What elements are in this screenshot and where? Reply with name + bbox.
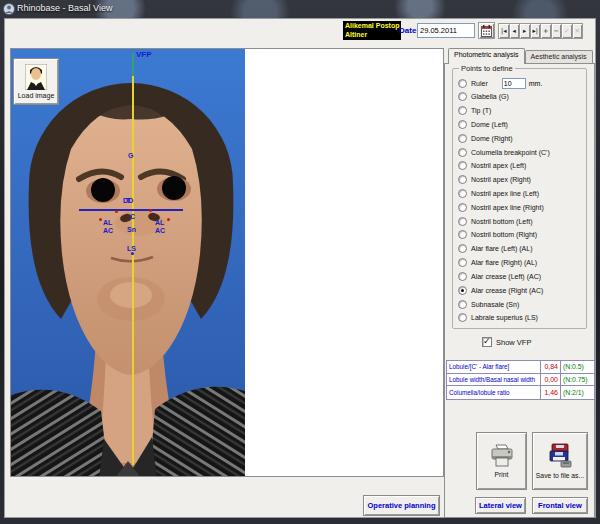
calendar-button[interactable] xyxy=(478,22,495,39)
measurement-value: 0,00 xyxy=(541,374,561,386)
point-option-16[interactable]: Alar crease (Right (AC) xyxy=(458,284,583,296)
point-option-4[interactable]: Dome (Left) xyxy=(458,118,583,130)
point-option-14[interactable]: Alar flare (Right) (AL) xyxy=(458,257,583,269)
measurement-value: 1,46 xyxy=(541,386,561,399)
load-image-button[interactable]: Load image xyxy=(13,58,59,105)
measurement-norm: (N:0.75) xyxy=(561,374,594,386)
photo-viewer[interactable]: VFP G DTD C AL AC Sn AL AC LS Load image xyxy=(10,48,444,477)
measurement-table: Lobule/[C' - Alar flare]0,84(N:0.5)Lobul… xyxy=(446,360,595,400)
lateral-view-button[interactable]: Lateral view xyxy=(475,497,526,514)
point-option-label: Nostril bottom (Left) xyxy=(471,218,532,225)
show-vfp-checkbox[interactable]: Show VFP xyxy=(482,337,531,347)
date-label: Date xyxy=(399,26,416,35)
group-title: Points to define xyxy=(459,64,515,73)
radio-icon[interactable] xyxy=(458,148,467,157)
portrait-icon xyxy=(25,64,47,90)
label-alar-left-ac: AC xyxy=(103,227,113,234)
points-list: Rulermm.Glabella (G)Tip (T)Dome (Left)Do… xyxy=(458,77,583,324)
point-option-label: Nostril apex line (Left) xyxy=(471,190,539,197)
measurement-value: 0,84 xyxy=(541,361,561,373)
radio-icon[interactable] xyxy=(458,120,467,129)
date-input[interactable] xyxy=(417,23,475,38)
measurement-norm: (N:0.5) xyxy=(561,361,594,373)
operative-planning-button[interactable]: Operative planning xyxy=(363,495,440,516)
point-option-7[interactable]: Nostril apex (Left) xyxy=(458,160,583,172)
point-option-2[interactable]: Glabella (G) xyxy=(458,91,583,103)
tab-photometric-analysis[interactable]: Photometric analysis xyxy=(448,48,525,64)
ruler-length-input[interactable] xyxy=(502,78,526,89)
point-option-15[interactable]: Alar crease (Left) (AC) xyxy=(458,270,583,282)
point-marker-ls xyxy=(131,252,134,255)
save-label: Save to file as... xyxy=(536,472,584,479)
frontal-view-button[interactable]: Frontal view xyxy=(532,497,588,514)
point-option-17[interactable]: Subnasale (Sn) xyxy=(458,298,583,310)
point-option-12[interactable]: Nostril bottom (Right) xyxy=(458,229,583,241)
radio-icon[interactable] xyxy=(458,244,467,253)
point-option-1[interactable]: Rulermm. xyxy=(458,77,583,89)
point-option-label: Nostril apex (Left) xyxy=(471,162,526,169)
vfp-line xyxy=(132,53,134,465)
calendar-icon xyxy=(481,25,492,37)
radio-icon[interactable] xyxy=(458,175,467,184)
point-option-label: Dome (Right) xyxy=(471,135,513,142)
point-option-3[interactable]: Tip (T) xyxy=(458,105,583,117)
radio-selected-icon[interactable] xyxy=(458,286,467,295)
point-option-label: Alar flare (Right) (AL) xyxy=(471,259,537,266)
radio-icon[interactable] xyxy=(458,258,467,267)
point-option-label: Glabella (G) xyxy=(471,93,509,100)
point-option-11[interactable]: Nostril bottom (Left) xyxy=(458,215,583,227)
radio-icon[interactable] xyxy=(458,300,467,309)
point-option-label: Tip (T) xyxy=(471,107,491,114)
save-disks-icon xyxy=(547,443,573,469)
radio-icon[interactable] xyxy=(458,203,467,212)
measurement-norm: (N:2/1) xyxy=(561,386,594,399)
label-tip-dome-cluster: DTD xyxy=(123,197,131,204)
point-option-label: Nostril apex line (Right) xyxy=(471,204,544,211)
measurement-row: Lobule width/Basal nasal width0,00(N:0.7… xyxy=(447,374,594,387)
radio-icon[interactable] xyxy=(458,189,467,198)
db-navigator: |◂◂▸▸|+−✓✕ xyxy=(499,23,583,39)
measurement-label: Lobule/[C' - Alar flare] xyxy=(447,361,541,373)
point-option-9[interactable]: Nostril apex line (Left) xyxy=(458,188,583,200)
radio-icon[interactable] xyxy=(458,217,467,226)
point-option-label: Alar flare (Left) (AL) xyxy=(471,245,532,252)
point-option-8[interactable]: Nostril apex (Right) xyxy=(458,174,583,186)
checkbox-icon[interactable] xyxy=(482,337,492,347)
radio-icon[interactable] xyxy=(458,106,467,115)
application-window: Rhinobase - Basal View Alikemal Postop A… xyxy=(0,0,600,524)
point-option-10[interactable]: Nostril apex line (Right) xyxy=(458,201,583,213)
point-marker xyxy=(99,218,102,221)
analysis-tabs: Photometric analysis Aesthetic analysis xyxy=(448,48,593,64)
point-option-13[interactable]: Alar flare (Left) (AL) xyxy=(458,243,583,255)
printer-icon xyxy=(489,444,515,468)
show-vfp-label: Show VFP xyxy=(496,338,531,347)
point-option-18[interactable]: Labrale superius (LS) xyxy=(458,312,583,324)
basal-width-line xyxy=(79,209,183,211)
patient-name-line1: Alikemal Postop xyxy=(345,22,399,31)
radio-icon[interactable] xyxy=(458,313,467,322)
measurement-label: Columella/lobule ratio xyxy=(447,386,541,399)
patient-name-line2: Altiner xyxy=(345,31,399,40)
point-option-label: Alar crease (Right (AC) xyxy=(471,287,543,294)
point-option-6[interactable]: Columella breakpoint (C') xyxy=(458,146,583,158)
radio-icon[interactable] xyxy=(458,161,467,170)
label-alar-left-al: AL xyxy=(103,219,112,226)
print-button[interactable]: Print xyxy=(476,432,527,490)
radio-icon[interactable] xyxy=(458,79,467,88)
tab-aesthetic-analysis[interactable]: Aesthetic analysis xyxy=(525,50,593,64)
radio-icon[interactable] xyxy=(458,272,467,281)
app-icon xyxy=(3,3,15,15)
radio-icon[interactable] xyxy=(458,230,467,239)
point-option-label: Labrale superius (LS) xyxy=(471,314,538,321)
radio-icon[interactable] xyxy=(458,134,467,143)
save-to-file-button[interactable]: Save to file as... xyxy=(532,432,588,490)
ruler-unit-label: mm. xyxy=(529,80,543,87)
title-bar[interactable]: Rhinobase - Basal View xyxy=(0,0,600,18)
label-glabella: G xyxy=(128,152,133,159)
radio-icon[interactable] xyxy=(458,92,467,101)
load-image-label: Load image xyxy=(18,92,55,99)
nav-cancel-button[interactable]: ✕ xyxy=(572,23,584,39)
point-option-label: Columella breakpoint (C') xyxy=(471,149,550,156)
point-option-5[interactable]: Dome (Right) xyxy=(458,132,583,144)
patient-name: Alikemal Postop Altiner xyxy=(343,21,401,40)
